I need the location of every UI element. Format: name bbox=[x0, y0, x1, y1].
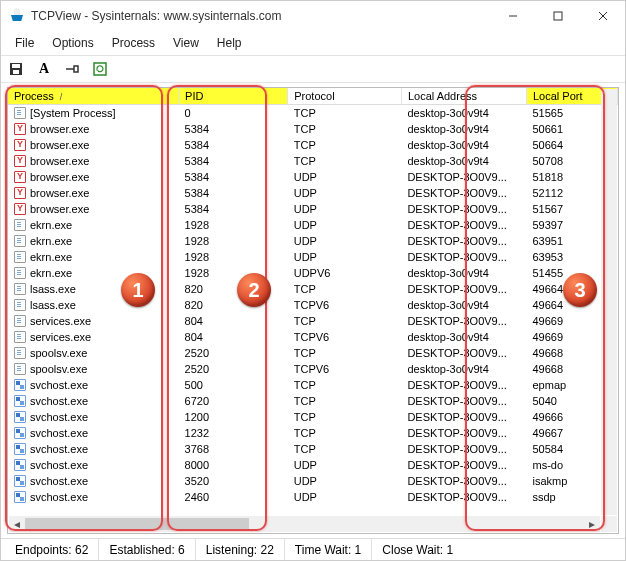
cell-pid: 500 bbox=[179, 377, 288, 393]
table-row[interactable]: browser.exe5384TCPdesktop-3o0v9t450664 bbox=[8, 137, 618, 153]
table-row[interactable]: svchost.exe3768TCPDESKTOP-3O0V9...50584 bbox=[8, 441, 618, 457]
cell-process: ekrn.exe bbox=[30, 251, 72, 263]
scroll-left-icon[interactable]: ◂ bbox=[9, 516, 25, 532]
menu-options[interactable]: Options bbox=[44, 33, 101, 53]
menu-view[interactable]: View bbox=[165, 33, 207, 53]
cell-pid: 3520 bbox=[179, 473, 288, 489]
cell-protocol: TCP bbox=[288, 121, 402, 137]
cell-protocol: TCPV6 bbox=[288, 297, 402, 313]
cell-pid: 6720 bbox=[179, 393, 288, 409]
table-row[interactable]: services.exe804TCPDESKTOP-3O0V9...49669 bbox=[8, 313, 618, 329]
menu-help[interactable]: Help bbox=[209, 33, 250, 53]
table-row[interactable]: svchost.exe1200TCPDESKTOP-3O0V9...49666 bbox=[8, 409, 618, 425]
column-local-address[interactable]: Local Address bbox=[401, 88, 526, 105]
table-row[interactable]: svchost.exe1232TCPDESKTOP-3O0V9...49667 bbox=[8, 425, 618, 441]
cell-protocol: TCP bbox=[288, 281, 402, 297]
table-row[interactable]: browser.exe5384UDPDESKTOP-3O0V9...51567 bbox=[8, 201, 618, 217]
table-row[interactable]: browser.exe5384TCPdesktop-3o0v9t450661 bbox=[8, 121, 618, 137]
refresh-icon[interactable] bbox=[91, 60, 109, 78]
cell-local-address: DESKTOP-3O0V9... bbox=[401, 233, 526, 249]
menu-process[interactable]: Process bbox=[104, 33, 163, 53]
table-row[interactable]: browser.exe5384UDPDESKTOP-3O0V9...52112 bbox=[8, 185, 618, 201]
cell-pid: 5384 bbox=[179, 185, 288, 201]
process-icon bbox=[14, 459, 26, 471]
column-protocol[interactable]: Protocol bbox=[288, 88, 402, 105]
font-icon[interactable]: A bbox=[35, 60, 53, 78]
table-row[interactable]: svchost.exe500TCPDESKTOP-3O0V9...epmap bbox=[8, 377, 618, 393]
maximize-button[interactable] bbox=[535, 1, 580, 31]
process-icon bbox=[14, 395, 26, 407]
cell-local-address: DESKTOP-3O0V9... bbox=[401, 169, 526, 185]
cell-pid: 1928 bbox=[179, 265, 288, 281]
scroll-right-icon[interactable]: ▸ bbox=[584, 516, 600, 532]
process-icon bbox=[14, 427, 26, 439]
table-row[interactable]: [System Process]0TCPdesktop-3o0v9t451565 bbox=[8, 105, 618, 121]
status-listening: Listening: 22 bbox=[196, 539, 285, 560]
table-row[interactable]: svchost.exe3520UDPDESKTOP-3O0V9...isakmp bbox=[8, 473, 618, 489]
cell-pid: 0 bbox=[179, 105, 288, 121]
cell-process: lsass.exe bbox=[30, 283, 76, 295]
menu-file[interactable]: File bbox=[7, 33, 42, 53]
table-row[interactable]: svchost.exe6720TCPDESKTOP-3O0V9...5040 bbox=[8, 393, 618, 409]
table-row[interactable]: svchost.exe2460UDPDESKTOP-3O0V9...ssdp bbox=[8, 489, 618, 505]
cell-process: ekrn.exe bbox=[30, 219, 72, 231]
cell-protocol: UDP bbox=[288, 169, 402, 185]
minimize-button[interactable] bbox=[490, 1, 535, 31]
table-row[interactable]: ekrn.exe1928UDPV6desktop-3o0v9t451455 bbox=[8, 265, 618, 281]
status-timewait: Time Wait: 1 bbox=[285, 539, 372, 560]
table-container: Process/ PID Protocol Local Address Loca… bbox=[7, 87, 619, 534]
table-row[interactable]: ekrn.exe1928UDPDESKTOP-3O0V9...59397 bbox=[8, 217, 618, 233]
table-row[interactable]: ekrn.exe1928UDPDESKTOP-3O0V9...63953 bbox=[8, 249, 618, 265]
save-icon[interactable] bbox=[7, 60, 25, 78]
cell-protocol: UDP bbox=[288, 201, 402, 217]
table-row[interactable]: lsass.exe820TCPV6desktop-3o0v9t449664 bbox=[8, 297, 618, 313]
cell-pid: 1928 bbox=[179, 217, 288, 233]
horizontal-scrollbar[interactable]: ◂ ▸ bbox=[9, 516, 600, 532]
cell-local-address: DESKTOP-3O0V9... bbox=[401, 393, 526, 409]
process-icon bbox=[14, 171, 26, 183]
cell-protocol: UDP bbox=[288, 185, 402, 201]
cell-protocol: TCP bbox=[288, 153, 402, 169]
cell-process: ekrn.exe bbox=[30, 235, 72, 247]
process-icon bbox=[14, 267, 26, 279]
table-row[interactable]: services.exe804TCPV6desktop-3o0v9t449669 bbox=[8, 329, 618, 345]
cell-process: spoolsv.exe bbox=[30, 363, 87, 375]
cell-local-address: desktop-3o0v9t4 bbox=[401, 297, 526, 313]
column-pid[interactable]: PID bbox=[179, 88, 288, 105]
cell-protocol: UDP bbox=[288, 249, 402, 265]
process-icon bbox=[14, 363, 26, 375]
scroll-thumb[interactable] bbox=[25, 518, 249, 530]
column-process[interactable]: Process/ bbox=[8, 88, 179, 105]
vertical-scrollbar[interactable] bbox=[601, 89, 617, 515]
cell-local-address: desktop-3o0v9t4 bbox=[401, 265, 526, 281]
table-row[interactable]: ekrn.exe1928UDPDESKTOP-3O0V9...63951 bbox=[8, 233, 618, 249]
cell-process: svchost.exe bbox=[30, 411, 88, 423]
cell-protocol: TCP bbox=[288, 313, 402, 329]
cell-protocol: UDP bbox=[288, 473, 402, 489]
table-row[interactable]: spoolsv.exe2520TCPDESKTOP-3O0V9...49668 bbox=[8, 345, 618, 361]
table-row[interactable]: svchost.exe8000UDPDESKTOP-3O0V9...ms-do bbox=[8, 457, 618, 473]
table-row[interactable]: spoolsv.exe2520TCPV6desktop-3o0v9t449668 bbox=[8, 361, 618, 377]
cell-pid: 1232 bbox=[179, 425, 288, 441]
cell-process: spoolsv.exe bbox=[30, 347, 87, 359]
process-icon bbox=[14, 411, 26, 423]
process-icon bbox=[14, 187, 26, 199]
process-icon bbox=[14, 155, 26, 167]
cell-local-address: DESKTOP-3O0V9... bbox=[401, 441, 526, 457]
cell-local-address: DESKTOP-3O0V9... bbox=[401, 249, 526, 265]
process-icon bbox=[14, 203, 26, 215]
svg-rect-9 bbox=[94, 63, 106, 75]
cell-process: browser.exe bbox=[30, 139, 89, 151]
connector-icon[interactable] bbox=[63, 60, 81, 78]
cell-protocol: TCP bbox=[288, 377, 402, 393]
cell-process: services.exe bbox=[30, 331, 91, 343]
cell-pid: 5384 bbox=[179, 121, 288, 137]
cell-protocol: UDP bbox=[288, 233, 402, 249]
table-row[interactable]: lsass.exe820TCPDESKTOP-3O0V9...49664 bbox=[8, 281, 618, 297]
table-row[interactable]: browser.exe5384TCPdesktop-3o0v9t450708 bbox=[8, 153, 618, 169]
cell-protocol: TCP bbox=[288, 409, 402, 425]
process-icon bbox=[14, 251, 26, 263]
scroll-track[interactable] bbox=[25, 516, 584, 532]
close-button[interactable] bbox=[580, 1, 625, 31]
table-row[interactable]: browser.exe5384UDPDESKTOP-3O0V9...51818 bbox=[8, 169, 618, 185]
